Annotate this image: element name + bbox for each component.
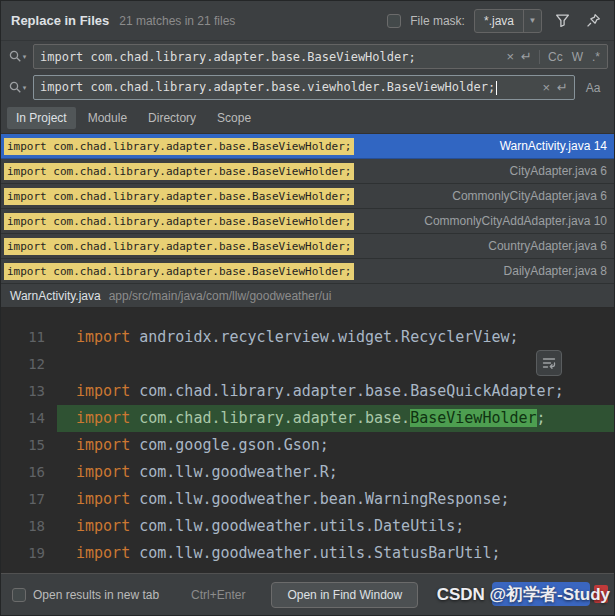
code-line: 16import com.llw.goodweather.R; xyxy=(1,459,614,486)
result-row[interactable]: import com.chad.library.adapter.base.Bas… xyxy=(1,259,614,284)
results-list: import com.chad.library.adapter.base.Bas… xyxy=(1,134,614,284)
preview-file-path: app/src/main/java/com/llw/goodweather/ui xyxy=(109,289,332,303)
footer: Open results in new tab Ctrl+Enter Open … xyxy=(1,573,614,615)
line-number: 18 xyxy=(1,513,57,540)
open-results-checkbox[interactable] xyxy=(12,588,26,602)
replace-field-icons: × ↵ xyxy=(543,81,569,94)
result-file-ref: CommonlyCityAdapter.java 6 xyxy=(444,189,607,203)
code-line: 13import com.chad.library.adapter.base.B… xyxy=(1,378,614,405)
search-field-icons: × ↵ Cc W .* xyxy=(506,50,601,64)
match-text: import com.chad.library.adapter.base.Bas… xyxy=(4,188,354,205)
text-cursor xyxy=(496,81,497,95)
line-number: 17 xyxy=(1,486,57,513)
tab-in-project[interactable]: In Project xyxy=(7,107,76,129)
code-text: import com.llw.goodweather.R; xyxy=(57,459,614,486)
line-number: 16 xyxy=(1,459,57,486)
file-mask-value: *.java xyxy=(475,14,523,28)
dialog-title: Replace in Files xyxy=(11,13,109,28)
result-row[interactable]: import com.chad.library.adapter.base.Bas… xyxy=(1,209,614,234)
editor-preview: 11import androidx.recyclerview.widget.Re… xyxy=(1,308,614,573)
keyword: import xyxy=(76,328,130,346)
titlebar-actions: File mask: *.java ▼ xyxy=(387,9,604,33)
shortcut-hint: Ctrl+Enter xyxy=(191,588,245,602)
replace-in-files-dialog: Replace in Files 21 matches in 21 files … xyxy=(0,0,615,616)
line-number: 19 xyxy=(1,540,57,567)
result-file-ref: WarnActivity.java 14 xyxy=(492,139,607,153)
code-text: import com.llw.goodweather.utils.DateUti… xyxy=(57,513,614,540)
code-text: import com.llw.goodweather.bean.WarningR… xyxy=(57,486,614,513)
code-text: import com.llw.goodweather.utils.StatusB… xyxy=(57,540,614,567)
match-text: import com.chad.library.adapter.base.Bas… xyxy=(4,263,354,280)
scope-tabs: In ProjectModuleDirectoryScope xyxy=(1,103,614,134)
filter-icon[interactable] xyxy=(551,10,573,32)
search-query-text: import com.chad.library.adapter.base.Bas… xyxy=(40,50,500,64)
code-line: 15import com.google.gson.Gson; xyxy=(1,432,614,459)
result-row[interactable]: import com.chad.library.adapter.base.Bas… xyxy=(1,134,614,159)
open-in-find-window-button[interactable]: Open in Find Window xyxy=(271,582,418,608)
result-row[interactable]: import com.chad.library.adapter.base.Bas… xyxy=(1,234,614,259)
code-text: import androidx.recyclerview.widget.Recy… xyxy=(57,324,614,351)
soft-wrap-button[interactable] xyxy=(536,350,562,376)
line-number: 13 xyxy=(1,378,57,405)
watermark: CSDN @初学者-Study xyxy=(437,581,610,607)
preview-header: WarnActivity.java app/src/main/java/com/… xyxy=(1,284,614,308)
code-line: 17import com.llw.goodweather.bean.Warnin… xyxy=(1,486,614,513)
chevron-down-icon[interactable]: ▼ xyxy=(523,10,541,32)
tab-scope[interactable]: Scope xyxy=(208,107,260,129)
result-file-ref: CountryAdapter.java 6 xyxy=(480,239,607,253)
code-line: 11import androidx.recyclerview.widget.Re… xyxy=(1,324,614,351)
code-text: import com.google.gson.Gson; xyxy=(57,432,614,459)
match-text: import com.chad.library.adapter.base.Bas… xyxy=(4,138,354,155)
file-mask-checkbox[interactable] xyxy=(387,14,401,28)
code-line: 18import com.llw.goodweather.utils.DateU… xyxy=(1,513,614,540)
match-text: import com.chad.library.adapter.base.Bas… xyxy=(4,238,354,255)
result-file-ref: CommonlyCityAddAdapter.java 10 xyxy=(416,214,607,228)
keyword: import xyxy=(76,544,130,562)
words-toggle[interactable]: W xyxy=(571,51,584,63)
divider xyxy=(539,50,540,64)
code-text xyxy=(57,351,614,378)
line-number: 15 xyxy=(1,432,57,459)
result-row[interactable]: import com.chad.library.adapter.base.Bas… xyxy=(1,184,614,209)
open-results-label: Open results in new tab xyxy=(33,588,159,602)
watermark-text: CSDN @初学者-Study xyxy=(437,583,610,606)
preserve-case-toggle[interactable]: Aa xyxy=(578,81,608,95)
code-text: import com.chad.library.adapter.base.Bas… xyxy=(57,405,614,432)
match-text: import com.chad.library.adapter.base.Bas… xyxy=(4,163,354,180)
file-mask-combo[interactable]: *.java ▼ xyxy=(474,9,542,33)
preview-file-name: WarnActivity.java xyxy=(10,289,101,303)
code-text: import com.chad.library.adapter.base.Bas… xyxy=(57,378,614,405)
search-input[interactable]: import com.chad.library.adapter.base.Bas… xyxy=(33,44,608,69)
editor-match-highlight: BaseViewHolder xyxy=(410,409,536,427)
matches-summary: 21 matches in 21 files xyxy=(119,14,235,28)
editor-lines: 11import androidx.recyclerview.widget.Re… xyxy=(1,308,614,573)
clear-icon[interactable]: × xyxy=(543,81,551,94)
clear-icon[interactable]: × xyxy=(506,50,514,63)
code-line: 14import com.chad.library.adapter.base.B… xyxy=(1,405,614,432)
tab-directory[interactable]: Directory xyxy=(139,107,205,129)
code-line: 12 xyxy=(1,351,614,378)
replace-row: ▾ import com.chad.library.adapter.base.v… xyxy=(1,72,614,103)
newline-icon[interactable]: ↵ xyxy=(521,50,532,63)
keyword: import xyxy=(76,436,130,454)
newline-icon[interactable]: ↵ xyxy=(557,81,568,94)
regex-toggle[interactable]: .* xyxy=(591,51,601,63)
code-line: 19import com.llw.goodweather.utils.Statu… xyxy=(1,540,614,567)
line-number: 14 xyxy=(1,405,57,432)
line-number: 12 xyxy=(1,351,57,378)
replace-value-text: import com.chad.library.adapter.base.vie… xyxy=(40,80,537,95)
search-row: ▾ import com.chad.library.adapter.base.B… xyxy=(1,41,614,72)
result-file-ref: DailyAdapter.java 8 xyxy=(496,264,607,278)
replace-search-icon[interactable]: ▾ xyxy=(4,80,30,96)
keyword: import xyxy=(76,409,130,427)
keyword: import xyxy=(76,463,130,481)
replace-input[interactable]: import com.chad.library.adapter.base.vie… xyxy=(33,75,575,100)
result-file-ref: CityAdapter.java 6 xyxy=(502,164,607,178)
file-mask-label: File mask: xyxy=(410,14,465,28)
match-case-toggle[interactable]: Cc xyxy=(547,51,564,63)
pin-icon[interactable] xyxy=(582,10,604,32)
match-text: import com.chad.library.adapter.base.Bas… xyxy=(4,213,354,230)
search-icon[interactable]: ▾ xyxy=(4,49,30,65)
result-row[interactable]: import com.chad.library.adapter.base.Bas… xyxy=(1,159,614,184)
tab-module[interactable]: Module xyxy=(79,107,136,129)
